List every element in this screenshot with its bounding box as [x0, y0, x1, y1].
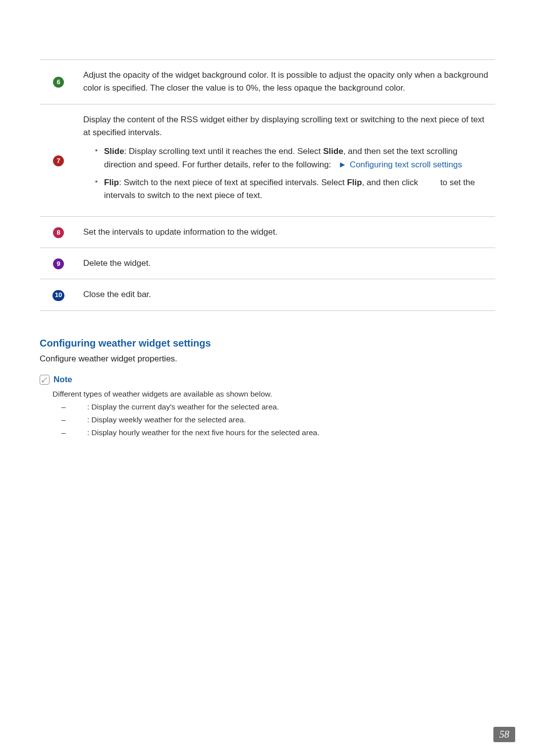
- bullet-text-a: : Display scrolling text until it reache…: [124, 147, 323, 156]
- bullet-text-b: , and then click: [362, 178, 418, 187]
- section-paragraph: Configure weather widget properties.: [40, 354, 495, 364]
- callout-badge-8: 8: [53, 227, 64, 238]
- table-row: 7 Display the content of the RSS widget …: [40, 104, 495, 216]
- row-7-bullets: Slide: Display scrolling text until it r…: [83, 145, 489, 202]
- row-7-intro: Display the content of the RSS widget ei…: [83, 113, 489, 140]
- callout-badge-7: 7: [53, 155, 64, 166]
- row-7-content: Display the content of the RSS widget ei…: [83, 113, 489, 202]
- row-6-text: Adjust the opacity of the widget backgro…: [83, 69, 489, 95]
- note-body: Different types of weather widgets are a…: [40, 390, 495, 437]
- bullet-lead: Slide: [104, 147, 124, 156]
- row-8-text: Set the intervals to update information …: [83, 226, 489, 239]
- bullet-text-a: : Switch to the next piece of text at sp…: [119, 178, 347, 187]
- row-10-text: Close the edit bar.: [83, 288, 489, 301]
- bullet-slide: Slide: Display scrolling text until it r…: [95, 145, 489, 171]
- cross-ref-link[interactable]: Configuring text scroll settings: [350, 160, 462, 169]
- note-label: Note: [54, 375, 72, 385]
- callout-badge-10: 10: [53, 290, 64, 301]
- note-item: : Display hourly weather for the next fi…: [61, 428, 495, 437]
- bullet-flip: Flip: Switch to the next piece of text a…: [95, 176, 489, 202]
- note-item-text: : Display hourly weather for the next fi…: [87, 428, 320, 437]
- document-page: 6 Adjust the opacity of the widget backg…: [0, 0, 535, 756]
- note-item-text: : Display the current day's weather for …: [87, 403, 279, 411]
- note-intro: Different types of weather widgets are a…: [53, 390, 495, 399]
- link-arrow-icon: ►: [338, 160, 347, 169]
- bullet-lead2: Slide: [323, 147, 343, 156]
- page-number: 58: [493, 727, 515, 742]
- row-9-text: Delete the widget.: [83, 257, 489, 270]
- note-icon: [40, 375, 50, 385]
- description-table: 6 Adjust the opacity of the widget backg…: [40, 59, 495, 311]
- table-row: 6 Adjust the opacity of the widget backg…: [40, 60, 495, 104]
- table-row: 8 Set the intervals to update informatio…: [40, 216, 495, 248]
- note-item: : Display weekly weather for the selecte…: [61, 415, 495, 424]
- bullet-lead2: Flip: [347, 178, 362, 187]
- table-row: 9 Delete the widget.: [40, 248, 495, 279]
- callout-badge-9: 9: [53, 258, 64, 269]
- note-item: : Display the current day's weather for …: [61, 403, 495, 411]
- note-list: : Display the current day's weather for …: [53, 403, 495, 437]
- note-header: Note: [40, 375, 495, 385]
- section-heading: Configuring weather widget settings: [40, 338, 495, 349]
- bullet-lead: Flip: [104, 178, 119, 187]
- note-item-text: : Display weekly weather for the selecte…: [87, 415, 246, 424]
- callout-badge-6: 6: [53, 77, 64, 88]
- table-row: 10 Close the edit bar.: [40, 279, 495, 310]
